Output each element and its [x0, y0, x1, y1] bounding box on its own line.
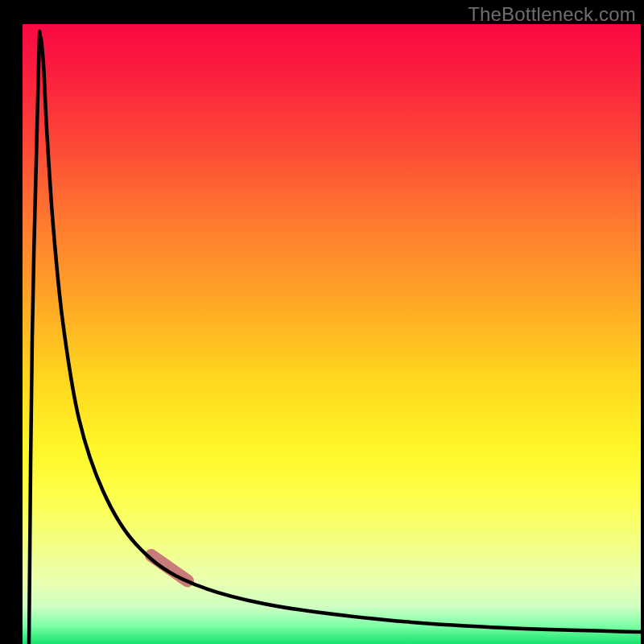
bottleneck-curve-path — [29, 31, 641, 644]
plot-area — [23, 24, 641, 644]
curve-svg — [23, 24, 641, 644]
chart-canvas: TheBottleneck.com — [0, 0, 644, 644]
watermark-text: TheBottleneck.com — [468, 3, 636, 26]
